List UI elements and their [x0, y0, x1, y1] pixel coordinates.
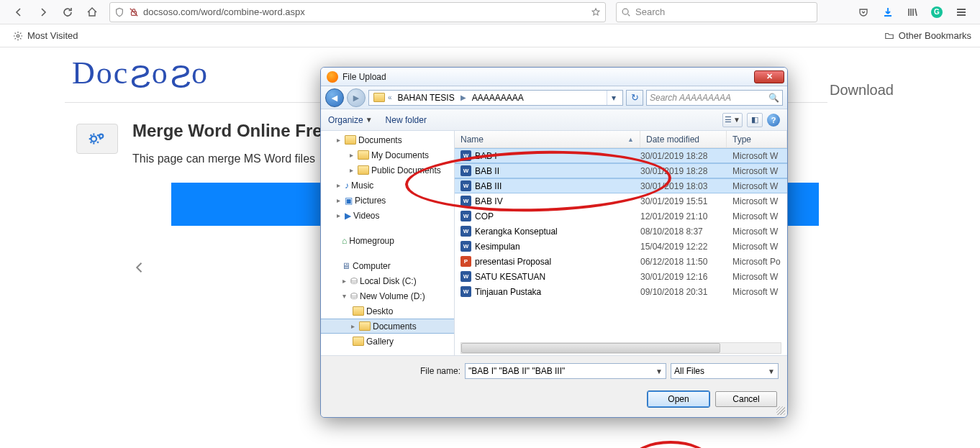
word-icon: W	[460, 286, 471, 297]
file-date: 30/01/2019 18:28	[640, 151, 727, 161]
tree-documents[interactable]: ▸Documents	[321, 132, 454, 147]
col-type[interactable]: Type	[727, 131, 787, 147]
file-row[interactable]: WBAB IV30/01/2019 15:51Microsoft W	[455, 193, 787, 209]
browser-toolbar: docsoso.com/word/combine-word.aspx Searc…	[0, 0, 980, 24]
file-type: Microsoft W	[727, 151, 787, 161]
view-mode-button[interactable]: ☰ ▼	[722, 113, 743, 127]
dialog-titlebar[interactable]: File Upload ✕	[321, 68, 787, 86]
search-icon: 🔍	[768, 93, 779, 103]
tree-new-volume[interactable]: ▾⛁New Volume (D:)	[321, 288, 454, 303]
word-icon: W	[460, 180, 471, 191]
filetype-filter[interactable]: All Files▼	[671, 363, 779, 379]
list-header[interactable]: Name▲ Date modified Type	[455, 131, 787, 148]
dialog-body: ▸Documents ▸My Documents ▸Public Documen…	[321, 131, 787, 355]
svg-point-2	[17, 35, 19, 37]
word-icon: W	[460, 165, 471, 176]
file-date: 12/01/2019 21:10	[640, 211, 727, 221]
col-name[interactable]: Name▲	[455, 131, 640, 147]
powerpoint-icon: P	[460, 256, 471, 267]
file-row[interactable]: WBAB III30/01/2019 18:03Microsoft W	[455, 178, 787, 193]
file-name: SATU KESATUAN	[475, 272, 545, 282]
col-date[interactable]: Date modified	[640, 131, 727, 147]
file-type: Microsoft W	[727, 287, 787, 297]
tree-local-disk[interactable]: ▸⛁Local Disk (C:)	[321, 273, 454, 288]
grammarly-icon[interactable]: G	[927, 2, 947, 22]
word-icon: W	[460, 196, 471, 206]
preview-pane-button[interactable]: ◧	[747, 113, 763, 127]
tree-gallery[interactable]: Gallery	[321, 334, 454, 349]
file-type: Microsoft W	[727, 272, 787, 282]
file-name: Tinjauan Pustaka	[475, 287, 541, 297]
home-button[interactable]	[82, 2, 102, 22]
organize-menu[interactable]: Organize ▼	[328, 115, 373, 125]
open-button[interactable]: Open	[648, 391, 709, 407]
most-visited-bookmark[interactable]: Most Visited	[9, 27, 83, 44]
tree-public-documents[interactable]: ▸Public Documents	[321, 163, 454, 178]
file-row[interactable]: WBAB I30/01/2019 18:28Microsoft W	[455, 148, 787, 163]
page-back-arrow[interactable]	[132, 260, 147, 278]
file-name: BAB I	[475, 151, 497, 161]
nav-back-button[interactable]: ◄	[325, 88, 344, 107]
library-icon[interactable]	[902, 2, 922, 22]
file-row[interactable]: WTinjauan Pustaka09/10/2018 20:31Microso…	[455, 284, 787, 299]
file-row[interactable]: WKesimpulan15/04/2019 12:22Microsoft W	[455, 239, 787, 254]
tree-homegroup[interactable]: ⌂Homegroup	[321, 233, 454, 248]
svg-point-3	[91, 136, 97, 142]
tree-deskto[interactable]: Deskto	[321, 303, 454, 319]
tree-my-documents[interactable]: ▸My Documents	[321, 147, 454, 163]
gear-icon	[13, 31, 23, 41]
tree-computer[interactable]: 🖥Computer	[321, 258, 454, 273]
filename-input[interactable]: "BAB I" "BAB II" "BAB III"▼	[465, 363, 666, 379]
tree-music[interactable]: ▸♪Music	[321, 178, 454, 193]
cancel-button[interactable]: Cancel	[715, 391, 777, 407]
browser-search-box[interactable]: Search	[616, 2, 817, 22]
file-type: Microsoft W	[727, 227, 787, 237]
filename-label: File name:	[420, 366, 460, 376]
breadcrumb-parent[interactable]: BAHAN TESIS	[395, 91, 458, 105]
breadcrumb-dropdown[interactable]: ▾	[607, 91, 620, 105]
help-button[interactable]: ?	[767, 114, 780, 127]
forward-button[interactable]	[33, 2, 53, 22]
file-row[interactable]: Ppresentasi Proposal06/12/2018 11:50Micr…	[455, 254, 787, 269]
file-date: 06/12/2018 11:50	[640, 257, 727, 267]
back-button[interactable]	[9, 2, 29, 22]
file-name: BAB II	[475, 166, 499, 176]
file-date: 09/10/2018 20:31	[640, 287, 727, 297]
horizontal-scrollbar[interactable]	[460, 342, 781, 354]
folder-tree[interactable]: ▸Documents ▸My Documents ▸Public Documen…	[321, 131, 455, 355]
breadcrumb[interactable]: « BAHAN TESIS ▶ AAAAAAAAA ▾	[368, 90, 623, 106]
file-row[interactable]: WSATU KESATUAN30/01/2019 12:16Microsoft …	[455, 269, 787, 284]
download-link[interactable]: Download	[830, 82, 894, 99]
file-row[interactable]: WCOP12/01/2019 21:10Microsoft W	[455, 209, 787, 224]
tree-pictures[interactable]: ▸▣Pictures	[321, 193, 454, 208]
page-desc: This page can merge MS Word files	[132, 152, 315, 165]
scrollbar-thumb[interactable]	[461, 343, 720, 353]
nav-forward-button[interactable]: ►	[347, 88, 366, 107]
other-bookmarks[interactable]: Other Bookmarks	[884, 30, 971, 41]
file-row[interactable]: WKerangka Konseptual08/10/2018 8:37Micro…	[455, 224, 787, 239]
pocket-icon[interactable]	[853, 2, 874, 22]
breadcrumb-current[interactable]: AAAAAAAAA	[469, 91, 527, 105]
file-row[interactable]: WBAB II30/01/2019 18:28Microsoft W	[455, 163, 787, 178]
downloads-icon[interactable]	[878, 2, 898, 22]
refresh-button[interactable]: ↻	[626, 90, 643, 106]
close-button[interactable]: ✕	[754, 70, 784, 83]
menu-icon[interactable]	[951, 2, 971, 22]
resize-grip[interactable]	[776, 406, 785, 415]
dialog-search-box[interactable]: Search AAAAAAAAA 🔍	[646, 90, 783, 106]
file-name: presentasi Proposal	[475, 257, 551, 267]
new-folder-button[interactable]: New folder	[386, 115, 427, 125]
site-logo[interactable]: DocSoSo	[72, 55, 209, 91]
file-type: Microsoft Po	[727, 257, 787, 267]
file-type: Microsoft W	[727, 181, 787, 191]
most-visited-label: Most Visited	[27, 30, 78, 41]
reload-button[interactable]	[58, 2, 78, 22]
word-icon: W	[460, 226, 471, 237]
other-bookmarks-label: Other Bookmarks	[899, 30, 971, 41]
address-bar[interactable]: docsoso.com/word/combine-word.aspx	[109, 2, 606, 22]
tree-documents-selected[interactable]: ▸Documents	[321, 319, 454, 334]
annotation-circle-open	[631, 441, 710, 448]
bookmark-star-icon[interactable]	[591, 7, 601, 17]
shield-icon	[114, 7, 124, 17]
tree-videos[interactable]: ▸▶Videos	[321, 208, 454, 223]
